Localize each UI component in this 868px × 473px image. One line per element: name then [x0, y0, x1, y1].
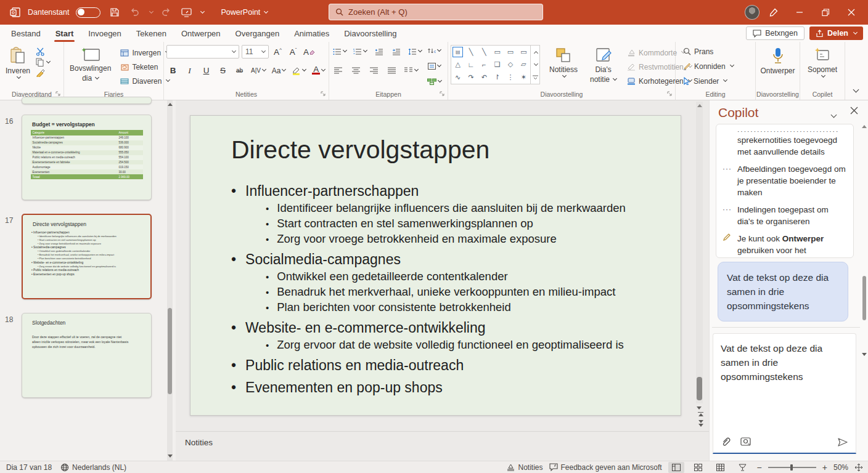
notes-toggle-button[interactable]: Notities — [507, 463, 542, 472]
tab-start[interactable]: Start — [48, 25, 81, 42]
font-color-button[interactable]: A — [311, 64, 326, 77]
notes-splitter[interactable] — [176, 431, 709, 432]
fit-to-window-button[interactable] — [854, 463, 863, 472]
section-button[interactable]: Diaveren — [119, 75, 171, 87]
app-name-menu[interactable]: PowerPoint — [221, 8, 268, 17]
restore-button[interactable] — [814, 2, 837, 22]
notes-pane-label[interactable]: Notities — [185, 438, 213, 447]
slide-title[interactable]: Directe vervolgstappen — [231, 135, 489, 164]
slide-canvas[interactable]: Directe vervolgstappen Influencer-partne… — [190, 115, 681, 416]
quick-access-menu-icon[interactable] — [200, 9, 205, 13]
cut-button[interactable] — [36, 47, 50, 56]
copy-button[interactable] — [36, 58, 50, 67]
touch-mouse-mode-icon[interactable] — [179, 5, 194, 20]
close-button[interactable] — [840, 2, 863, 22]
dictate-button[interactable]: Ontwerper — [758, 45, 797, 77]
copilot-scrollbar[interactable] — [862, 125, 867, 384]
reset-button[interactable]: Teketen — [119, 60, 171, 73]
numbering-button[interactable] — [352, 45, 368, 58]
partial-thumbnail-slide15[interactable] — [22, 97, 152, 104]
tab-tekenen[interactable]: Tekenen — [129, 25, 174, 42]
clipboard-dialog-launcher[interactable] — [55, 91, 61, 97]
drawing-dialog-launcher[interactable] — [667, 91, 673, 97]
format-painter-button[interactable] — [36, 68, 50, 77]
editor-scrollbar[interactable] — [696, 102, 703, 403]
font-name-combobox[interactable] — [166, 45, 239, 59]
arrow-shape-icon[interactable]: ╲ — [478, 46, 491, 59]
font-dialog-launcher[interactable] — [321, 91, 326, 97]
underline-button[interactable]: U — [200, 64, 213, 77]
thumbnail-panel-scrollbar[interactable] — [167, 100, 173, 461]
copilot-ribbon-button[interactable]: Sopomet — [803, 45, 842, 79]
arrange-button[interactable]: Notitiess — [546, 45, 581, 79]
normal-view-button[interactable] — [668, 462, 684, 473]
tab-invoegen[interactable]: Invoegen — [81, 25, 129, 42]
slide-bullet-list[interactable]: Influencer-partnerschappen Identificeer … — [231, 177, 663, 397]
gallery-more-icon[interactable] — [533, 75, 538, 79]
bold-button[interactable]: B — [166, 64, 179, 77]
slide-18-thumbnail[interactable]: Slotgedachten Door deze stappen effsctie… — [22, 313, 152, 398]
feedback-button[interactable]: Feedback geven aan Microsoft — [549, 463, 662, 472]
share-button[interactable]: Delen — [809, 26, 863, 40]
convert-to-smartart-button[interactable] — [426, 75, 443, 88]
paste-button[interactable]: Inveren — [2, 45, 33, 81]
callout-shape-icon[interactable]: ❑ — [491, 59, 504, 71]
zoom-out-button[interactable]: − — [757, 463, 762, 472]
save-icon[interactable] — [107, 5, 122, 20]
line-spacing-button[interactable] — [407, 45, 423, 58]
search-box[interactable]: Zoeken (Alt + Q) — [329, 4, 543, 20]
zoom-slider-thumb[interactable] — [790, 464, 793, 471]
tab-ontwerpen[interactable]: Ontwerpen — [174, 25, 228, 42]
lasso-shape-icon[interactable]: ∿ — [451, 71, 464, 84]
rounded-rectangle-shape-icon[interactable]: ▭ — [504, 46, 517, 59]
increase-indent-button[interactable] — [390, 45, 403, 58]
pen-mode-icon[interactable] — [762, 2, 785, 22]
thumbnail-scroll-up-icon[interactable] — [168, 103, 173, 106]
highlight-color-button[interactable] — [290, 64, 307, 77]
snip-rectangle-shape-icon[interactable]: ▭ — [517, 46, 530, 59]
copilot-close-icon[interactable] — [850, 107, 858, 115]
reading-view-button[interactable] — [713, 462, 729, 473]
bullets-button[interactable] — [332, 45, 348, 58]
tab-diavoorstelling[interactable]: Diavoorstelling — [337, 25, 404, 42]
replace-button[interactable]: Konniden — [682, 60, 753, 73]
send-icon[interactable] — [837, 437, 848, 447]
gallery-down-icon[interactable] — [534, 62, 538, 66]
align-text-button[interactable] — [426, 60, 443, 73]
slide-sorter-view-button[interactable] — [690, 462, 706, 473]
zoom-in-button[interactable]: + — [822, 463, 827, 472]
gallery-up-icon[interactable] — [534, 51, 538, 55]
increase-font-button[interactable]: A^ — [271, 46, 284, 59]
cube-shape-icon[interactable]: ▱ — [517, 59, 530, 71]
triangle-shape-icon[interactable]: △ — [451, 59, 464, 71]
quick-styles-button[interactable]: Dia's notitie — [587, 45, 620, 86]
elbow-shape-icon[interactable]: ∟ — [464, 59, 477, 71]
attach-file-icon[interactable] — [721, 437, 731, 447]
line-shape-icon[interactable]: ╲ — [464, 46, 477, 59]
copilot-scrollbar-thumb[interactable] — [862, 276, 866, 320]
clear-formatting-button[interactable]: A — [302, 46, 316, 59]
bracket-shape-icon[interactable]: ↾ — [491, 71, 504, 84]
corner-shape-icon[interactable]: ⌐ — [478, 59, 491, 71]
paragraph-dialog-launcher[interactable] — [440, 91, 445, 97]
textbox-shape-icon[interactable]: ▤ — [452, 47, 463, 57]
decrease-indent-button[interactable] — [372, 45, 385, 58]
next-slide-button[interactable] — [698, 420, 703, 427]
select-button[interactable]: Siender — [682, 75, 753, 87]
character-spacing-button[interactable]: A|V — [250, 64, 267, 77]
zoom-slider[interactable] — [768, 467, 816, 468]
rectangle-shape-icon[interactable]: ▭ — [491, 46, 504, 59]
tab-animaties[interactable]: Animaties — [287, 25, 337, 42]
avatar[interactable] — [745, 5, 760, 20]
curve-arrow-shape-icon[interactable]: ↷ — [464, 71, 477, 84]
columns-button[interactable] — [403, 64, 419, 77]
comments-button[interactable]: Betxngen — [746, 26, 805, 40]
thumbnail-scroll-down-icon[interactable] — [168, 455, 173, 458]
align-left-button[interactable] — [332, 64, 345, 77]
copilot-scroll-up-icon[interactable] — [862, 125, 867, 128]
editor-scroll-up-icon[interactable] — [697, 104, 702, 107]
dots-shape-icon[interactable]: ⋮ — [504, 71, 517, 84]
slide-indicator[interactable]: Dia 17 van 18 — [6, 463, 52, 472]
strikethrough-button[interactable]: S — [216, 64, 229, 77]
tab-bestand[interactable]: Bestand — [4, 25, 48, 42]
